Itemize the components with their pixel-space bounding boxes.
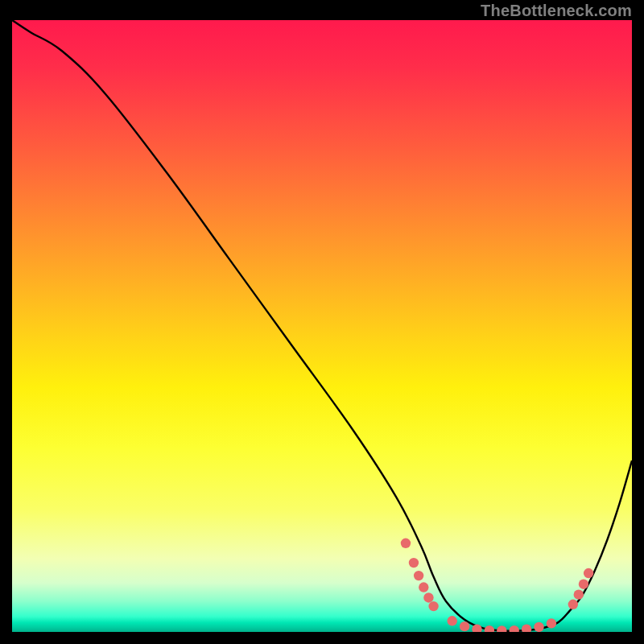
- data-dot: [401, 539, 411, 548]
- data-dot: [584, 568, 593, 578]
- data-dot: [409, 558, 419, 568]
- data-dot: [460, 621, 469, 631]
- attribution-text: TheBottleneck.com: [481, 2, 632, 20]
- data-dot: [522, 624, 531, 632]
- data-dot: [579, 580, 588, 589]
- bottleneck-curve: [12, 20, 632, 631]
- data-dot: [547, 618, 556, 628]
- data-dot: [497, 625, 506, 632]
- data-dot: [448, 616, 457, 625]
- data-dot: [419, 582, 428, 592]
- data-dot: [423, 592, 433, 602]
- data-dot: [568, 600, 578, 609]
- data-dot: [428, 601, 438, 611]
- data-dots: [401, 539, 594, 632]
- data-dot: [472, 624, 481, 632]
- data-dot: [534, 622, 543, 632]
- data-dot: [414, 571, 423, 580]
- data-dot: [510, 625, 519, 632]
- data-dot: [485, 625, 494, 632]
- curve-layer: [12, 20, 632, 632]
- plot-area: [12, 20, 632, 632]
- data-dot: [574, 589, 584, 599]
- chart-stage: TheBottleneck.com: [0, 0, 644, 644]
